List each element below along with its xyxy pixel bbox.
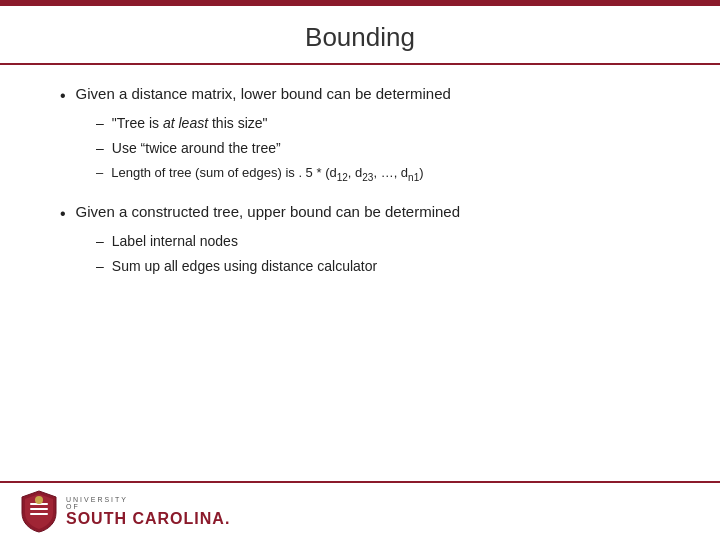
sub-bullet-1-2-text: Use “twice around the tree”	[112, 138, 281, 159]
dash-1-3: –	[96, 163, 103, 183]
bullet-dot-1: •	[60, 87, 66, 105]
bottom-section: UNIVERSITY OF SOUTH CAROLINA.	[0, 481, 720, 540]
dash-2-1: –	[96, 231, 104, 252]
sub-bullet-2-1: – Label internal nodes	[96, 231, 660, 252]
logo-of: OF	[66, 503, 230, 510]
logo-text: UNIVERSITY OF SOUTH CAROLINA.	[66, 496, 230, 528]
svg-rect-2	[30, 513, 48, 515]
bullet-dot-2: •	[60, 205, 66, 223]
sub-bullets-1: – "Tree is at least this size" – Use “tw…	[96, 113, 660, 185]
sub-bullets-2: – Label internal nodes – Sum up all edge…	[96, 231, 660, 277]
sub-bullet-1-3: – Length of tree (sum of edges) is . 5 *…	[96, 163, 660, 185]
dash-1-2: –	[96, 138, 104, 159]
svg-rect-1	[30, 508, 48, 510]
bullet-item-1: • Given a distance matrix, lower bound c…	[60, 85, 660, 185]
slide: Bounding • Given a distance matrix, lowe…	[0, 0, 720, 540]
sub-bullet-1-2: – Use “twice around the tree”	[96, 138, 660, 159]
sub-bullet-1-1: – "Tree is at least this size"	[96, 113, 660, 134]
sub-bullet-1-1-text: "Tree is at least this size"	[112, 113, 268, 134]
sub-bullet-1-3-text: Length of tree (sum of edges) is . 5 * (…	[111, 163, 423, 185]
title-section: Bounding	[0, 6, 720, 65]
logo-name: SOUTH CAROLINA.	[66, 510, 230, 528]
bullet-item-2: • Given a constructed tree, upper bound …	[60, 203, 660, 277]
bullet-1-main: • Given a distance matrix, lower bound c…	[60, 85, 660, 105]
slide-title: Bounding	[40, 22, 680, 53]
content-section: • Given a distance matrix, lower bound c…	[0, 65, 720, 481]
dash-1-1: –	[96, 113, 104, 134]
sub-bullet-2-1-text: Label internal nodes	[112, 231, 238, 252]
bullet-1-text: Given a distance matrix, lower bound can…	[76, 85, 451, 102]
dash-2-2: –	[96, 256, 104, 277]
sub-bullet-2-2-text: Sum up all edges using distance calculat…	[112, 256, 377, 277]
bullet-2-text: Given a constructed tree, upper bound ca…	[76, 203, 460, 220]
shield-logo	[20, 489, 58, 534]
bullet-2-main: • Given a constructed tree, upper bound …	[60, 203, 660, 223]
sub-bullet-2-2: – Sum up all edges using distance calcul…	[96, 256, 660, 277]
logo-area: UNIVERSITY OF SOUTH CAROLINA.	[20, 489, 230, 534]
logo-university: UNIVERSITY	[66, 496, 230, 503]
